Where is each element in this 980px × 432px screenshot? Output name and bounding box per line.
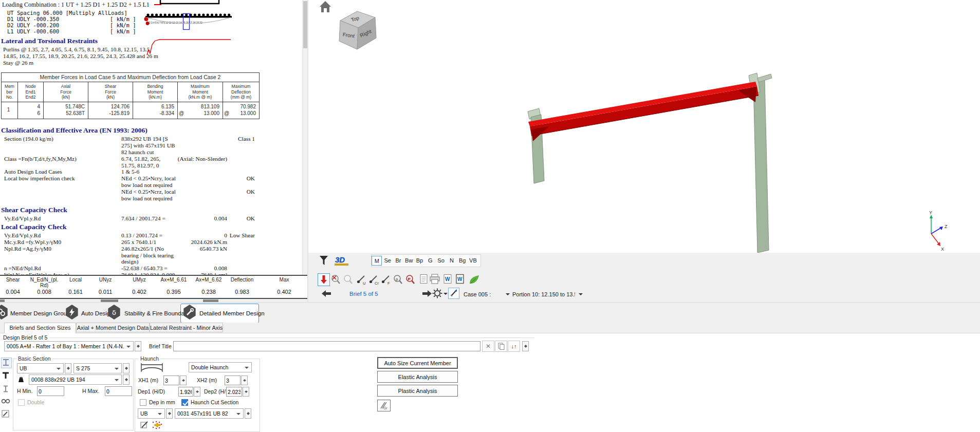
- load-line-text: L1 UDLY -000.600: [7, 28, 59, 34]
- steel-grade-spinner[interactable]: [123, 363, 130, 373]
- haunch-cut-section-spinner[interactable]: [245, 408, 251, 419]
- display-btn-bg[interactable]: Bg: [457, 256, 468, 266]
- haunch-cut-type-select[interactable]: UB: [138, 408, 165, 419]
- double-section-tool[interactable]: [1, 398, 10, 407]
- dep2-spinner[interactable]: [243, 387, 249, 397]
- load-line-unit: [ kN/m ]: [110, 28, 136, 34]
- auto-design-icon[interactable]: [65, 305, 79, 320]
- previous-brief-icon[interactable]: [322, 290, 331, 297]
- subtab-briefs-and-section-sizes[interactable]: Briefs and Section Sizes: [4, 323, 76, 333]
- subtab-lateral-restraint-minor-axis[interactable]: Lateral Restraint - Minor Axis: [150, 323, 223, 332]
- tab-member-design-groups[interactable]: Member Design Groups: [10, 310, 73, 316]
- xh2-input[interactable]: [225, 375, 241, 385]
- dep2-input[interactable]: [226, 387, 242, 397]
- display-btn-bw[interactable]: Bw: [404, 256, 414, 266]
- 3d-view-icon[interactable]: 3D: [335, 255, 348, 266]
- subtab-axial-moment-design-data[interactable]: Axial + Moment Design Data: [76, 323, 150, 332]
- display-btn-n[interactable]: N: [447, 256, 457, 266]
- case-dropdown-caret[interactable]: [506, 293, 510, 297]
- kv-row: Class =Fn(b/T,d/t,fy,N,My,Mz)6.74, 51.82…: [0, 156, 257, 169]
- member-load-diagram: 1 2 3 4 5 6 7 8 9 10 11 12 13 14 15 16 1…: [139, 0, 251, 72]
- member-design-groups-icon[interactable]: [0, 305, 8, 320]
- display-btn-vb[interactable]: VB: [468, 256, 478, 266]
- reorder-briefs-button[interactable]: ↓↑: [508, 341, 520, 352]
- elastic-analysis-button[interactable]: Elastic Analysis: [377, 371, 458, 383]
- summary-col-max: Max0.402: [268, 277, 307, 298]
- col-header: Mem ber No.: [2, 82, 18, 102]
- section-size-select[interactable]: 0008 838x292 UB 194: [29, 374, 122, 385]
- haunch-cut-section-select[interactable]: 0031 457x191 UB 82: [175, 408, 244, 419]
- xh1-input[interactable]: [163, 375, 179, 385]
- double-checkbox[interactable]: [18, 399, 25, 406]
- next-brief-icon[interactable]: [422, 290, 432, 297]
- h-min-input[interactable]: [37, 386, 64, 396]
- tab-detailed-member-design[interactable]: Detailed Member Design: [199, 310, 265, 316]
- plastic-analysis-button[interactable]: Plastic Analysis: [377, 385, 458, 397]
- haunch-cut-section-checkbox[interactable]: [181, 399, 188, 406]
- dep-in-mm-label: Dep in mm: [149, 399, 175, 405]
- xh1-spinner[interactable]: [180, 375, 187, 385]
- edit-section-tool[interactable]: [2, 410, 10, 420]
- scrollbar-thumb[interactable]: [303, 1, 307, 48]
- dep1-input[interactable]: [178, 387, 193, 397]
- dep1-label: Dep1 (H/D): [138, 388, 165, 395]
- gear-dropdown-caret[interactable]: [443, 293, 448, 297]
- brief-title-input[interactable]: [173, 341, 480, 351]
- pick-member-button[interactable]: [448, 288, 459, 299]
- h-max-input[interactable]: [105, 386, 132, 396]
- tab-stability-fire-boundary[interactable]: Stability & Fire Boundary: [124, 310, 190, 316]
- model-3d-canvas[interactable]: Top Front Right Y Z X: [308, 0, 980, 253]
- display-btn-members[interactable]: M: [372, 256, 382, 266]
- view-portion-active-icon[interactable]: P: [406, 275, 414, 284]
- steel-grade-select[interactable]: S 275: [73, 363, 122, 373]
- display-btn-so[interactable]: So: [436, 256, 446, 266]
- haunch-apply-tool[interactable]: [152, 421, 163, 431]
- auto-size-current-member-button[interactable]: Auto Size Current Member: [377, 357, 458, 369]
- eco-leaf-icon[interactable]: [470, 275, 479, 284]
- word-export-icon[interactable]: W: [444, 275, 451, 284]
- dep1-spinner[interactable]: [194, 387, 200, 397]
- haunch-type-select[interactable]: Double Haunch: [189, 362, 252, 372]
- section-type-ub-tool[interactable]: [1, 358, 12, 368]
- portion-dropdown[interactable]: Portion 10: 12.150 to 13.500: [512, 291, 575, 297]
- display-btn-g[interactable]: G: [425, 256, 435, 266]
- copy-brief-button[interactable]: [495, 341, 507, 352]
- report-document-icon[interactable]: [420, 275, 427, 284]
- settings-gear-icon[interactable]: [432, 288, 442, 298]
- kv-row: Npl.Rd =Ag.fy/γM0246.82x265/1 (No bearin…: [0, 246, 257, 266]
- xh2-spinner[interactable]: [241, 375, 248, 385]
- tee-section-tool[interactable]: [2, 371, 10, 382]
- basic-section-group-label: Basic Section: [16, 355, 52, 362]
- display-btn-bp[interactable]: Bp: [415, 256, 425, 266]
- print-icon[interactable]: [430, 274, 439, 284]
- design-report-panel: Loading Combination : 1 UT + 1.25 D1 + 1…: [0, 0, 302, 275]
- zoom-select-icon[interactable]: [344, 275, 352, 284]
- brief-select[interactable]: 0005 A+M - Rafter 1 of Bay 1 : Member 1 …: [4, 341, 134, 351]
- i-section-tool[interactable]: [2, 385, 10, 395]
- haunch-cut-type-spinner[interactable]: [166, 408, 173, 419]
- case-dropdown[interactable]: Case 005 :: [464, 291, 491, 297]
- portion-dropdown-caret[interactable]: [579, 293, 583, 297]
- word-template-icon[interactable]: W: [456, 275, 464, 284]
- section-type-select[interactable]: UB: [17, 363, 64, 373]
- view-portion-icon[interactable]: p: [394, 275, 402, 284]
- pick-force-icon[interactable]: F: [382, 276, 390, 286]
- brief-number-spinner[interactable]: [522, 341, 529, 351]
- haunch-edit-tool[interactable]: [140, 421, 150, 431]
- show-results-arrow-button[interactable]: [318, 274, 330, 286]
- stability-fire-icon[interactable]: δ: [107, 305, 121, 320]
- pick-critical-icon[interactable]: Cr: [369, 276, 379, 286]
- brief-spinner[interactable]: [135, 341, 141, 351]
- summary-col: UMyz0.402: [122, 277, 156, 298]
- display-btn-se[interactable]: Se: [382, 256, 393, 266]
- section-type-spinner[interactable]: [65, 363, 71, 373]
- gr-analysis-button[interactable]: Gr: [377, 400, 391, 411]
- kv-row: n =NEd/Npl.Rd-52.638 / 6540.73 =0.008: [0, 265, 257, 272]
- display-btn-br[interactable]: Br: [393, 256, 403, 266]
- section-size-spinner[interactable]: [123, 374, 130, 385]
- zoom-cancel-icon[interactable]: [332, 275, 340, 284]
- pick-unrestrained-icon[interactable]: U: [357, 276, 366, 286]
- clear-brief-button[interactable]: ✕: [482, 341, 494, 352]
- dep-in-mm-checkbox[interactable]: [140, 399, 146, 406]
- filter-icon[interactable]: [320, 256, 328, 265]
